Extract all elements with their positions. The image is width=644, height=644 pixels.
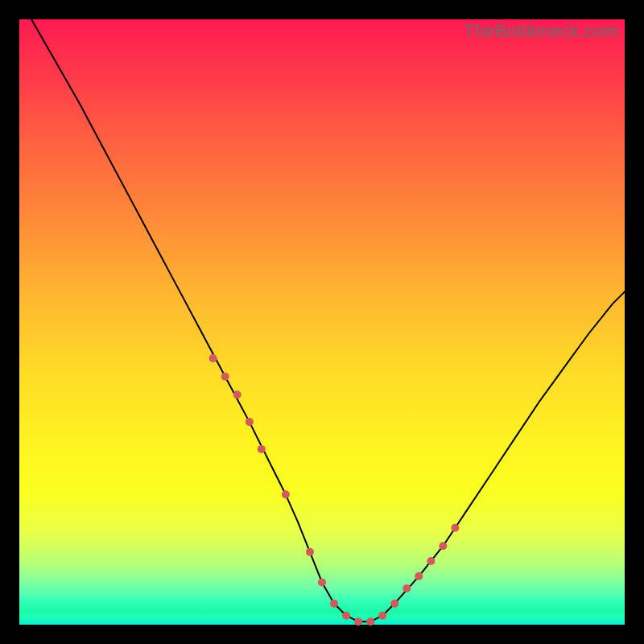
valley-dot	[246, 418, 254, 426]
valley-dot	[209, 354, 217, 362]
valley-dot	[318, 578, 326, 586]
curve-svg	[19, 19, 625, 625]
valley-dot	[439, 542, 447, 550]
valley-dot	[402, 584, 411, 592]
valley-dot	[415, 572, 423, 580]
valley-dot	[233, 390, 242, 398]
valley-dot	[366, 617, 374, 625]
valley-dot	[427, 557, 435, 565]
valley-dot	[282, 490, 290, 498]
chart-frame: { "watermark": "TheBottleneck.com", "col…	[0, 0, 644, 644]
valley-dot	[342, 612, 350, 620]
valley-dot	[451, 524, 459, 532]
valley-dot	[354, 617, 362, 625]
valley-dot	[330, 600, 338, 608]
valley-dot	[378, 612, 386, 620]
plot-area: TheBottleneck.com	[19, 19, 625, 625]
valley-dot	[306, 548, 314, 556]
valley-dot	[258, 445, 266, 453]
valley-dots	[209, 354, 460, 625]
watermark-text: TheBottleneck.com	[464, 21, 618, 42]
bottleneck-curve	[31, 19, 625, 621]
valley-dot	[390, 600, 398, 608]
valley-dot	[221, 373, 229, 381]
